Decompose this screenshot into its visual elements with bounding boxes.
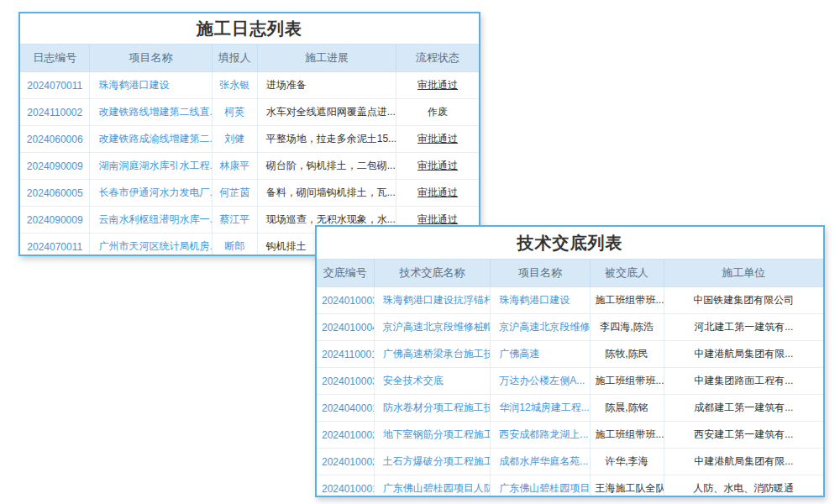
log-id-link[interactable]: 2024090009	[20, 207, 90, 234]
disclosure-name-link[interactable]: 广佛高速桥梁承台施工技...	[374, 341, 491, 368]
table-row[interactable]: 2024010004京沪高速北京段维修桩帽...京沪高速北京段维修李四海,陈浩河…	[317, 314, 823, 341]
disclosure-id-link[interactable]: 2024010004	[317, 314, 374, 341]
project-name-link[interactable]: 云南水利枢纽潜明水库一...	[90, 207, 212, 234]
log-col-progress: 施工进展	[257, 45, 396, 72]
disclosure-id-link[interactable]: 2024040001	[317, 395, 374, 422]
disclosure-name-link[interactable]: 广东佛山碧桂园项目人防...	[374, 475, 491, 498]
project-name-link[interactable]: 改建铁路线增建第二线直...	[90, 99, 212, 126]
status-badge[interactable]: 审批通过	[396, 126, 479, 153]
status-badge[interactable]: 审批通过	[396, 153, 479, 180]
project-name-link[interactable]: 湖南洞庭湖水库引水工程...	[90, 153, 212, 180]
recipient-text: 施工班组带班...	[590, 368, 664, 395]
disclosure-name-link[interactable]: 防水卷材分项工程施工技...	[374, 395, 491, 422]
progress-text: 备料，砌间墙钩机排土，瓦...	[257, 180, 396, 207]
reporter-link[interactable]: 蔡江平	[212, 207, 257, 234]
disclosure-name-link[interactable]: 珠海鹤港口建设抗浮锚杆...	[374, 287, 491, 314]
disclosure-name-link[interactable]: 地下室钢筋分项工程施工...	[374, 422, 491, 449]
log-id-link[interactable]: 2024060006	[20, 126, 90, 153]
recipient-text: 陈晨,陈铭	[590, 395, 664, 422]
recipient-text: 许华,李海	[590, 449, 664, 475]
project-name-link[interactable]: 改建铁路成渝线增建第二...	[90, 126, 212, 153]
table-row[interactable]: 2024060005长春市伊通河水力发电厂...何芷茵备料，砌间墙钩机排土，瓦.…	[20, 180, 479, 207]
technical-disclosure-panel: 技术交底列表 交底编号 技术交底名称 项目名称 被交底人 施工单位 202401…	[315, 225, 825, 497]
construction-unit-text: 中建港航局集团有限...	[664, 341, 823, 368]
disclosure-col-name: 技术交底名称	[374, 260, 491, 287]
construction-unit-text: 河北建工第一建筑有...	[664, 314, 823, 341]
project-name-link[interactable]: 万达办公楼左侧A...	[491, 368, 590, 395]
project-name-link[interactable]: 西安成都路龙湖上...	[491, 422, 590, 449]
log-col-project: 项目名称	[90, 45, 212, 72]
table-row[interactable]: 2024010001广东佛山碧桂园项目人防...广东佛山碧桂园项目王海施工队全队…	[317, 475, 823, 498]
reporter-link[interactable]: 断郎	[212, 234, 257, 257]
table-row[interactable]: 2024010002地下室钢筋分项工程施工...西安成都路龙湖上...施工班组带…	[317, 422, 823, 449]
recipient-text: 王海施工队全队	[590, 475, 664, 498]
project-name-link[interactable]: 珠海鹤港口建设	[491, 287, 590, 314]
project-name-link[interactable]: 成都水岸华庭名苑...	[491, 449, 590, 475]
log-col-id: 日志编号	[20, 45, 90, 72]
table-row[interactable]: 2024110001广佛高速桥梁承台施工技...广佛高速陈牧,陈民中建港航局集团…	[317, 341, 823, 368]
disclosure-header-row: 交底编号 技术交底名称 项目名称 被交底人 施工单位	[317, 260, 823, 287]
project-name-link[interactable]: 珠海鹤港口建设	[90, 72, 212, 99]
log-id-link[interactable]: 2024090009	[20, 153, 90, 180]
disclosure-name-link[interactable]: 土石方爆破分项工程施工...	[374, 449, 491, 475]
table-row[interactable]: 2024040001防水卷材分项工程施工技...华润12城房建工程...陈晨,陈…	[317, 395, 823, 422]
table-row[interactable]: 2024110002改建铁路线增建第二线直...柯英水车对全线遮阳网覆盖点进..…	[20, 99, 479, 126]
reporter-link[interactable]: 柯英	[212, 99, 257, 126]
table-row[interactable]: 2024060006改建铁路成渝线增建第二...刘健平整场地，拉走多余泥土15.…	[20, 126, 479, 153]
construction-unit-text: 成都建工第一建筑有...	[664, 395, 823, 422]
disclosure-name-link[interactable]: 安全技术交底	[374, 368, 491, 395]
progress-text: 水车对全线遮阳网覆盖点进...	[257, 99, 396, 126]
reporter-link[interactable]: 何芷茵	[212, 180, 257, 207]
log-id-link[interactable]: 2024060005	[20, 180, 90, 207]
disclosure-col-id: 交底编号	[317, 260, 374, 287]
construction-unit-text: 人防、水电、消防暖通	[664, 475, 823, 498]
construction-unit-text: 西安建工第一建筑有...	[664, 422, 823, 449]
disclosure-id-link[interactable]: 2024010002	[317, 422, 374, 449]
recipient-text: 施工班组带班...	[590, 287, 664, 314]
construction-log-panel: 施工日志列表 日志编号 项目名称 填报人 施工进展 流程状态 202407001…	[18, 12, 480, 256]
recipient-text: 施工班组带班...	[590, 422, 664, 449]
status-badge[interactable]: 作废	[396, 99, 479, 126]
project-name-link[interactable]: 华润12城房建工程...	[491, 395, 590, 422]
reporter-link[interactable]: 林康平	[212, 153, 257, 180]
table-row[interactable]: 2024010002土石方爆破分项工程施工...成都水岸华庭名苑...许华,李海…	[317, 449, 823, 475]
table-row[interactable]: 2024010003珠海鹤港口建设抗浮锚杆...珠海鹤港口建设施工班组带班...…	[317, 287, 823, 314]
log-id-link[interactable]: 2024070011	[20, 234, 90, 257]
disclosure-id-link[interactable]: 2024010003	[317, 287, 374, 314]
reporter-link[interactable]: 刘健	[212, 126, 257, 153]
construction-log-title: 施工日志列表	[20, 13, 479, 44]
project-name-link[interactable]: 京沪高速北京段维修	[491, 314, 590, 341]
disclosure-id-link[interactable]: 2024010003	[317, 368, 374, 395]
project-name-link[interactable]: 广佛高速	[491, 341, 590, 368]
log-id-link[interactable]: 2024110002	[20, 99, 90, 126]
recipient-text: 李四海,陈浩	[590, 314, 664, 341]
construction-unit-text: 中建港航局集团有限...	[664, 449, 823, 475]
progress-text: 砌台阶，钩机排土，二包砌...	[257, 153, 396, 180]
reporter-link[interactable]: 张永银	[212, 72, 257, 99]
disclosure-id-link[interactable]: 2024010002	[317, 449, 374, 475]
technical-disclosure-table: 交底编号 技术交底名称 项目名称 被交底人 施工单位 2024010003珠海鹤…	[317, 259, 823, 497]
construction-unit-text: 中国铁建集团有限公司	[664, 287, 823, 314]
status-badge[interactable]: 审批通过	[396, 72, 479, 99]
table-row[interactable]: 2024070011珠海鹤港口建设张永银进场准备审批通过	[20, 72, 479, 99]
table-row[interactable]: 2024010003安全技术交底万达办公楼左侧A...施工班组带班...中建集团…	[317, 368, 823, 395]
log-id-link[interactable]: 2024070011	[20, 72, 90, 99]
disclosure-id-link[interactable]: 2024010001	[317, 475, 374, 498]
disclosure-col-project: 项目名称	[491, 260, 590, 287]
log-header-row: 日志编号 项目名称 填报人 施工进展 流程状态	[20, 45, 479, 72]
disclosure-id-link[interactable]: 2024110001	[317, 341, 374, 368]
disclosure-col-unit: 施工单位	[664, 260, 823, 287]
log-col-reporter: 填报人	[212, 45, 257, 72]
project-name-link[interactable]: 长春市伊通河水力发电厂...	[90, 180, 212, 207]
construction-unit-text: 中建集团路面工程有...	[664, 368, 823, 395]
recipient-text: 陈牧,陈民	[590, 341, 664, 368]
table-row[interactable]: 2024090009湖南洞庭湖水库引水工程...林康平砌台阶，钩机排土，二包砌.…	[20, 153, 479, 180]
project-name-link[interactable]: 广州市天河区统计局机房...	[90, 234, 212, 257]
technical-disclosure-title: 技术交底列表	[317, 227, 823, 259]
disclosure-col-recipient: 被交底人	[590, 260, 664, 287]
progress-text: 进场准备	[257, 72, 396, 99]
project-name-link[interactable]: 广东佛山碧桂园项目	[491, 475, 590, 498]
status-badge[interactable]: 审批通过	[396, 180, 479, 207]
disclosure-name-link[interactable]: 京沪高速北京段维修桩帽...	[374, 314, 491, 341]
log-col-status: 流程状态	[396, 45, 479, 72]
